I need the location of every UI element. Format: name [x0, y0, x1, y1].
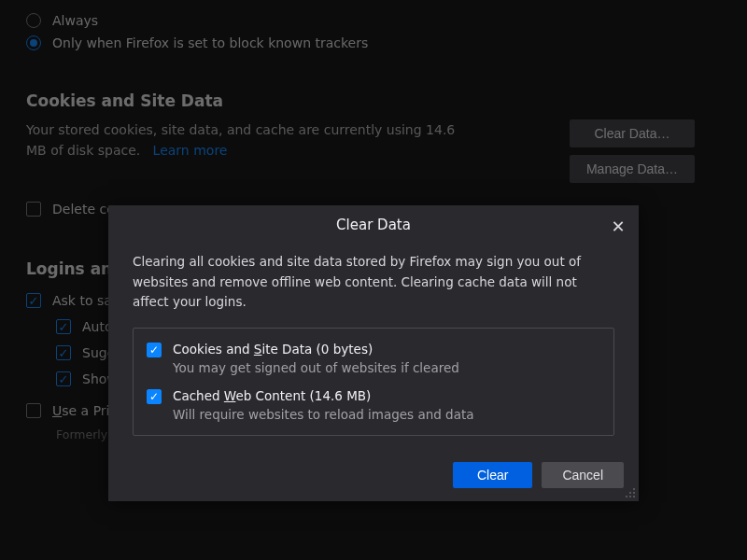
svg-point-5 — [626, 496, 627, 497]
opt-cookies-row[interactable]: Cookies and Site Data (0 bytes) You may … — [147, 342, 600, 375]
opt-cookies-label: Cookies and Site Data (0 bytes) — [173, 342, 459, 357]
svg-point-3 — [633, 496, 635, 497]
opt-cache-checkbox[interactable] — [147, 389, 162, 404]
svg-point-2 — [629, 492, 631, 494]
svg-point-0 — [633, 488, 635, 490]
resize-grip-icon[interactable] — [625, 487, 636, 498]
opt-cookies-checkbox[interactable] — [147, 343, 162, 357]
opt-cookies-sub: You may get signed out of websites if cl… — [173, 360, 459, 375]
dialog-description: Clearing all cookies and site data store… — [133, 252, 614, 313]
dialog-options: Cookies and Site Data (0 bytes) You may … — [133, 328, 614, 436]
svg-point-1 — [633, 492, 635, 494]
svg-point-4 — [629, 496, 631, 497]
cancel-button[interactable]: Cancel — [542, 462, 624, 488]
opt-cache-row[interactable]: Cached Web Content (14.6 MB) Will requir… — [147, 388, 600, 422]
opt-cache-label: Cached Web Content (14.6 MB) — [173, 388, 474, 403]
dialog-title: Clear Data — [108, 205, 639, 245]
close-icon[interactable]: ✕ — [605, 213, 631, 239]
clear-data-dialog: Clear Data ✕ Clearing all cookies and si… — [108, 205, 639, 501]
clear-button[interactable]: Clear — [453, 462, 532, 488]
modal-overlay: Clear Data ✕ Clearing all cookies and si… — [0, 0, 747, 560]
opt-cache-sub: Will require websites to reload images a… — [173, 407, 474, 422]
